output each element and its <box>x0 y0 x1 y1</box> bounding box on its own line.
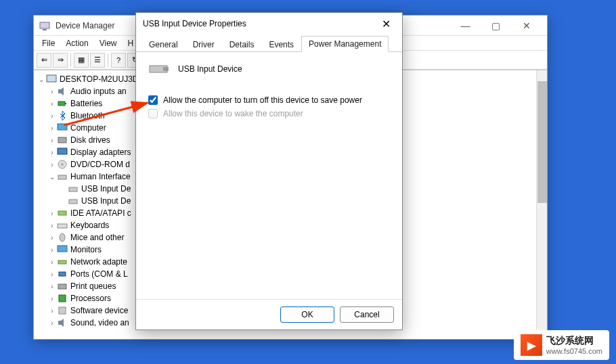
svg-rect-8 <box>58 148 67 154</box>
svg-rect-25 <box>163 67 169 71</box>
network-icon <box>57 256 68 267</box>
cancel-button[interactable]: Cancel <box>340 306 394 323</box>
tree-label: Disk drives <box>70 135 110 145</box>
tool-detail[interactable]: ☰ <box>90 53 105 68</box>
tree-label: Monitors <box>70 245 102 254</box>
separator <box>108 53 108 67</box>
check-wake: Allow this device to wake the computer <box>148 109 390 118</box>
tree-label: Print queues <box>70 281 116 291</box>
device-manager-icon <box>39 20 50 31</box>
device-name: USB Input Device <box>178 64 242 74</box>
svg-point-16 <box>60 233 65 242</box>
tree-label: Network adapte <box>70 257 127 267</box>
scrollbar-thumb[interactable] <box>537 81 547 203</box>
svg-rect-21 <box>59 295 66 302</box>
monitor-icon <box>57 244 68 255</box>
software-icon <box>57 305 68 316</box>
tree-label: USB Input De <box>81 196 131 206</box>
svg-rect-14 <box>58 211 66 215</box>
sound-icon <box>57 317 68 328</box>
properties-dialog: USB Input Device Properties ✕ General Dr… <box>135 12 403 330</box>
tree-label: DESKTOP-M2UUJ3D <box>60 74 138 84</box>
tree-label: Batteries <box>70 99 102 108</box>
svg-rect-12 <box>69 187 77 191</box>
device-header: USB Input Device <box>148 62 390 76</box>
check-turn-off[interactable]: Allow the computer to turn off this devi… <box>148 95 390 105</box>
tab-general[interactable]: General <box>141 37 185 52</box>
ide-icon <box>57 208 68 219</box>
svg-marker-23 <box>58 319 64 327</box>
svg-rect-5 <box>65 103 66 104</box>
svg-point-10 <box>62 164 64 166</box>
scrollbar[interactable] <box>536 70 547 339</box>
tree-label: Human Interface <box>70 172 131 181</box>
tab-details[interactable]: Details <box>222 37 262 52</box>
tool-back[interactable]: ⇐ <box>37 53 51 68</box>
menu-action[interactable]: Action <box>60 37 93 49</box>
close-icon[interactable]: ✕ <box>376 14 395 33</box>
watermark-logo: ▶ <box>521 334 542 356</box>
bluetooth-icon <box>57 110 68 121</box>
disk-icon <box>57 135 68 145</box>
tab-power-management[interactable]: Power Management <box>301 36 389 52</box>
tab-driver[interactable]: Driver <box>185 37 222 52</box>
dvd-icon <box>57 159 68 170</box>
tab-events[interactable]: Events <box>261 37 301 52</box>
usb-icon <box>68 183 79 194</box>
tool-forward[interactable]: ⇒ <box>53 53 68 68</box>
prop-content: USB Input Device Allow the computer to t… <box>136 52 402 299</box>
check-turn-off-label: Allow the computer to turn off this devi… <box>163 95 362 105</box>
usb-icon <box>68 196 79 206</box>
svg-rect-0 <box>40 22 49 28</box>
svg-rect-17 <box>58 246 67 252</box>
display-icon <box>57 147 68 158</box>
watermark-name: 飞沙系统网 <box>546 335 602 347</box>
audio-icon <box>57 86 68 97</box>
svg-rect-22 <box>59 307 66 314</box>
tree-label: DVD/CD-ROM d <box>70 160 130 169</box>
computer-icon <box>46 74 57 85</box>
tree-label: Bluetooth <box>70 111 105 120</box>
tree-label: Keyboards <box>70 221 109 230</box>
svg-rect-7 <box>58 137 66 143</box>
svg-rect-1 <box>43 29 47 30</box>
keyboard-icon <box>57 220 68 231</box>
printer-icon <box>57 281 68 292</box>
watermark: ▶ 飞沙系统网 www.fs0745.com <box>514 330 609 360</box>
mouse-icon <box>57 232 68 243</box>
tree-label: Processors <box>70 294 111 303</box>
svg-rect-2 <box>47 75 56 82</box>
hid-icon <box>57 171 68 182</box>
svg-rect-13 <box>69 200 77 204</box>
svg-rect-6 <box>58 124 67 130</box>
minimize-button[interactable]: — <box>450 16 481 35</box>
prop-buttons: OK Cancel <box>136 299 402 329</box>
battery-icon <box>57 98 68 109</box>
tool-view[interactable]: ▦ <box>74 53 89 68</box>
check-wake-label: Allow this device to wake the computer <box>163 109 303 118</box>
watermark-url: www.fs0745.com <box>546 347 602 355</box>
tree-label: Display adapters <box>70 147 131 157</box>
tree-label: Computer <box>70 123 106 133</box>
maximize-button[interactable]: ▢ <box>481 16 511 35</box>
processor-icon <box>57 293 68 304</box>
menu-view[interactable]: View <box>94 37 123 49</box>
tree-label: Sound, video an <box>70 318 129 327</box>
tree-label: Mice and other <box>70 233 124 242</box>
prop-title: USB Input Device Properties <box>143 19 376 28</box>
svg-rect-4 <box>58 101 65 106</box>
separator <box>70 53 71 67</box>
prop-titlebar: USB Input Device Properties ✕ <box>136 13 402 35</box>
menu-file[interactable]: File <box>37 37 60 49</box>
tree-label: Ports (COM & L <box>70 269 128 279</box>
ok-button[interactable]: OK <box>280 306 334 323</box>
tool-help[interactable]: ? <box>111 53 126 68</box>
close-button[interactable]: ✕ <box>511 16 542 35</box>
prop-tabs: General Driver Details Events Power Mana… <box>136 35 402 52</box>
checkbox-turn-off[interactable] <box>148 95 158 105</box>
svg-marker-3 <box>58 87 64 95</box>
svg-rect-20 <box>58 284 66 289</box>
tree-label: Software device <box>70 306 128 315</box>
svg-rect-19 <box>59 272 66 276</box>
svg-rect-11 <box>58 175 66 179</box>
